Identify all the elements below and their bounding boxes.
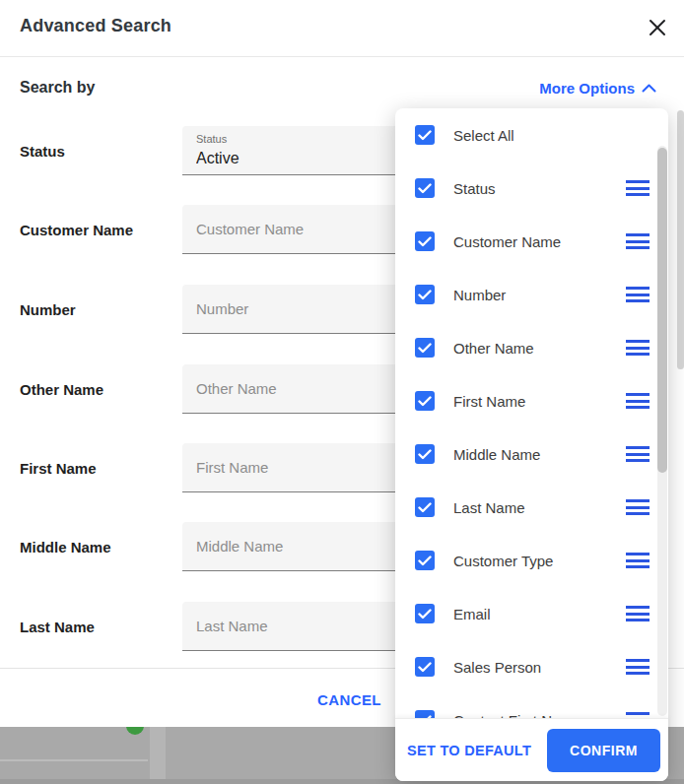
other-name-checkbox[interactable] [415, 338, 435, 358]
options-panel-footer: SET TO DEFAULT CONFIRM [395, 718, 668, 781]
drag-handle-icon[interactable] [626, 446, 650, 462]
status-checkbox[interactable] [415, 178, 435, 198]
check-icon [418, 290, 432, 300]
option-label: First Name [453, 393, 525, 410]
background-divider [0, 759, 148, 761]
chevron-up-icon [642, 84, 656, 93]
drag-handle-icon[interactable] [626, 340, 650, 356]
search-by-label: Search by [20, 79, 95, 97]
option-contact-first-name[interactable]: Contact First Name [395, 693, 668, 718]
last-name-checkbox[interactable] [415, 497, 435, 517]
check-icon [418, 662, 432, 673]
check-icon [418, 343, 432, 354]
check-icon [418, 236, 432, 247]
sales-person-checkbox[interactable] [415, 657, 435, 677]
confirm-button[interactable]: CONFIRM [547, 729, 660, 772]
options-scrollbar-thumb[interactable] [657, 148, 667, 473]
select-all-checkbox[interactable] [415, 125, 435, 145]
drag-handle-icon[interactable] [626, 553, 650, 568]
drag-handle-icon[interactable] [626, 393, 650, 409]
dialog-scrollbar[interactable] [677, 110, 684, 369]
check-icon [418, 555, 432, 566]
customer-name-checkbox[interactable] [415, 231, 435, 251]
drag-handle-icon[interactable] [626, 606, 650, 621]
option-label: Middle Name [453, 446, 540, 463]
check-icon [418, 609, 432, 620]
drag-handle-icon[interactable] [626, 499, 650, 515]
more-options-panel: Select All Status Customer Name Number [395, 108, 668, 781]
option-label: Sales Person [453, 659, 541, 676]
first-name-checkbox[interactable] [415, 391, 435, 411]
check-icon [418, 183, 432, 194]
middle-name-checkbox[interactable] [415, 444, 435, 464]
drag-handle-icon[interactable] [626, 287, 650, 302]
drag-handle-icon[interactable] [626, 659, 650, 675]
option-first-name[interactable]: First Name [395, 374, 668, 427]
option-label: Email [453, 606, 491, 622]
option-label: Last Name [453, 499, 525, 516]
field-label: Last Name [20, 619, 182, 635]
field-label: Number [20, 301, 182, 318]
option-label: Customer Name [453, 233, 561, 250]
header-divider [0, 56, 684, 57]
option-select-all[interactable]: Select All [395, 108, 668, 162]
page-title: Advanced Search [20, 16, 171, 36]
check-icon [418, 130, 432, 141]
option-label: Status [453, 180, 496, 197]
option-status[interactable]: Status [395, 162, 668, 215]
options-list: Select All Status Customer Name Number [395, 108, 668, 718]
set-to-default-button[interactable]: SET TO DEFAULT [405, 737, 533, 764]
more-options-label: More Options [539, 80, 635, 97]
field-label: Customer Name [20, 222, 182, 238]
check-icon [418, 449, 432, 460]
search-by-row: Search by More Options [20, 75, 656, 100]
background-divider [150, 727, 166, 784]
background-green-dot [126, 727, 144, 735]
drag-handle-icon[interactable] [626, 233, 650, 249]
option-middle-name[interactable]: Middle Name [395, 427, 668, 481]
check-icon [418, 396, 432, 407]
option-customer-name[interactable]: Customer Name [395, 215, 668, 268]
field-label: First Name [20, 460, 182, 477]
option-customer-type[interactable]: Customer Type [395, 534, 668, 587]
more-options-toggle[interactable]: More Options [539, 80, 656, 97]
customer-type-checkbox[interactable] [415, 551, 435, 570]
contact-first-name-checkbox[interactable] [415, 710, 435, 718]
email-checkbox[interactable] [415, 604, 435, 623]
drag-handle-icon[interactable] [626, 180, 650, 196]
option-sales-person[interactable]: Sales Person [395, 640, 668, 693]
status-float-label: Status [196, 133, 227, 145]
field-label: Middle Name [20, 539, 182, 555]
option-label: Number [453, 287, 506, 303]
option-label: Select All [453, 127, 514, 144]
option-label: Customer Type [453, 553, 553, 569]
option-email[interactable]: Email [395, 587, 668, 640]
field-label: Other Name [20, 381, 182, 398]
field-label: Status [20, 143, 182, 160]
option-last-name[interactable]: Last Name [395, 481, 668, 534]
number-checkbox[interactable] [415, 285, 435, 304]
cancel-button[interactable]: CANCEL [317, 687, 381, 711]
close-icon[interactable] [645, 15, 670, 40]
option-label: Other Name [453, 340, 534, 357]
option-number[interactable]: Number [395, 268, 668, 321]
option-other-name[interactable]: Other Name [395, 321, 668, 374]
check-icon [418, 502, 432, 513]
